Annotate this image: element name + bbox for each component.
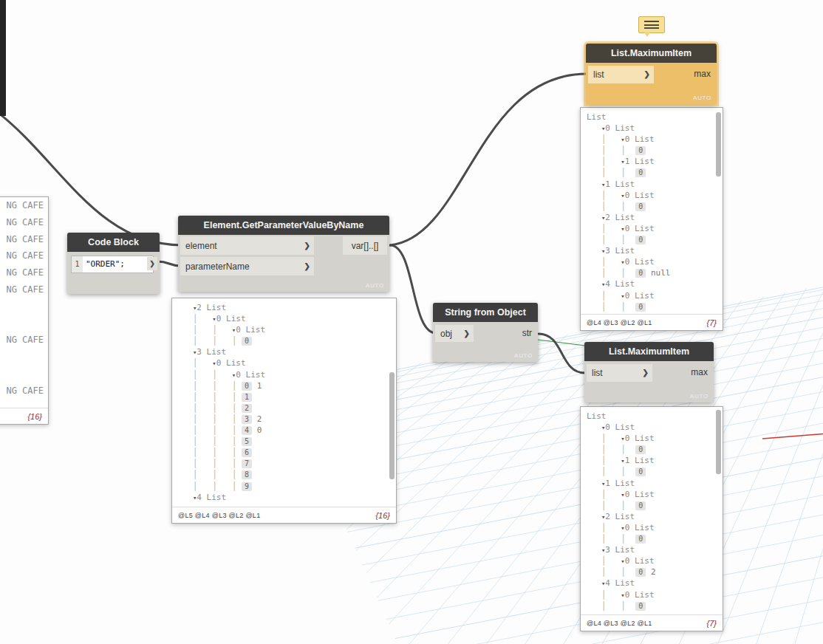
node-list-maximum-item-bottom[interactable]: List.MaximumItem list ❯ max AUTO	[584, 342, 714, 402]
code-block-editor[interactable]: 1 "ORDER";	[71, 256, 154, 273]
output-port[interactable]: ❯	[147, 257, 157, 270]
preview-list-row: ▾0 List	[587, 422, 723, 433]
node-title[interactable]: Element.GetParameterValueByName	[178, 216, 389, 235]
list-label: 3 List	[605, 246, 635, 256]
scrollbar-thumb[interactable]	[716, 112, 721, 177]
preview-value-row: NG CAFE	[0, 250, 48, 267]
preview-value-row: │ │ │ 8	[178, 469, 396, 480]
input-port-parameterName[interactable]: parameterName ❯	[180, 257, 314, 275]
wire-var-to-maxitem-top[interactable]	[390, 74, 587, 245]
panel-levels[interactable]: @L5 @L4 @L3 @L2 @L1	[178, 512, 260, 519]
node-title[interactable]: Code Block	[67, 233, 160, 252]
index-badge: 8	[242, 470, 252, 479]
node-title[interactable]: List.MaximumItem	[584, 342, 714, 361]
input-port-list[interactable]: list ❯	[587, 364, 652, 382]
preview-value-row: │ │ 0	[587, 234, 723, 245]
preview-list-row: │ ▾0 List	[587, 489, 723, 500]
y-axis-green	[535, 340, 591, 347]
preview-panel-maxitem-bottom: List ▾0 List │ ▾0 List │ │ 0 │ ▾1 List │…	[580, 406, 723, 631]
list-label: 2 List	[605, 213, 635, 222]
preview-panel-left: NG CAFENG CAFENG CAFENG CAFENG CAFENG CA…	[0, 196, 49, 425]
output-port-str[interactable]: str	[522, 328, 532, 338]
wire-var-to-obj[interactable]	[390, 245, 436, 333]
note-icon[interactable]	[638, 16, 665, 33]
wire-str-to-maxitem-bottom[interactable]	[539, 334, 585, 373]
preview-value-row: │ │ 0	[587, 301, 723, 312]
preview-value-row: NG CAFE	[0, 234, 48, 251]
node-list-maximum-item-top[interactable]: List.MaximumItem list ❯ max AUTO	[586, 44, 717, 104]
lacing-indicator: AUTO	[690, 393, 708, 400]
output-port-var[interactable]: var[]..[]	[343, 236, 387, 255]
list-label: 4 List	[197, 493, 226, 502]
list-label: 0 List	[625, 257, 655, 267]
chevron-right-icon[interactable]: ❯	[304, 263, 310, 270]
preview-list-row: │ ▾0 List	[587, 256, 723, 267]
lacing-indicator: AUTO	[366, 282, 384, 289]
list-label: 1 List	[625, 456, 655, 465]
chevron-right-icon[interactable]: ❯	[464, 330, 470, 338]
list-label: 0 List	[236, 370, 265, 380]
list-label: 0 List	[625, 590, 655, 600]
preview-list-row: ▾1 List	[587, 478, 723, 489]
preview-list-row: │ ▾0 List	[587, 290, 723, 301]
panel-levels[interactable]: @L4 @L3 @L2 @L1	[587, 319, 652, 326]
input-port-list[interactable]: list ❯	[588, 66, 654, 83]
panel-levels[interactable]: @L4 @L3 @L2 @L1	[587, 620, 652, 627]
node-get-parameter-value-by-name[interactable]: Element.GetParameterValueByName element …	[178, 216, 389, 292]
preview-value-row: │ │ │ 5	[178, 436, 396, 447]
index-badge: 0	[635, 236, 646, 244]
input-port-obj[interactable]: obj ❯	[435, 325, 474, 342]
preview-list-row: │ ▾1 List	[587, 156, 723, 167]
preview-list-row: ▾4 List	[587, 278, 723, 290]
index-badge: 4	[242, 426, 252, 435]
preview-value-row: │ │ 0	[587, 600, 723, 612]
preview-list-row: │ │ ▾0 List	[178, 324, 396, 335]
preview-list-row: List	[587, 411, 723, 422]
index-badge: 0	[635, 146, 646, 155]
preview-list-row: ▾4 List	[587, 578, 723, 589]
node-title[interactable]: List.MaximumItem	[586, 44, 717, 63]
list-label: List	[587, 411, 607, 421]
preview-list-row: │ ▾0 List	[587, 134, 723, 145]
node-code-block[interactable]: Code Block 1 "ORDER"; ❯	[67, 233, 160, 294]
preview-list-row: │ ▾0 List	[587, 190, 723, 201]
chevron-right-icon[interactable]: ❯	[304, 242, 310, 250]
list-label: List	[587, 112, 607, 122]
scrollbar-thumb[interactable]	[389, 372, 395, 479]
dynamo-canvas[interactable]: NG CAFENG CAFENG CAFENG CAFENG CAFENG CA…	[0, 0, 823, 644]
node-string-from-object[interactable]: String from Object obj ❯ str AUTO	[433, 303, 538, 362]
list-label: 0 List	[605, 123, 635, 133]
preview-list-row: ▾2 List	[587, 212, 723, 223]
output-port-max[interactable]: max	[694, 69, 711, 79]
index-badge: 0	[635, 445, 646, 454]
preview-panel-maxitem-top: List ▾0 List │ ▾0 List │ │ 0 │ ▾1 List │…	[580, 107, 723, 331]
output-port-max[interactable]: max	[691, 367, 708, 377]
scrollbar-thumb[interactable]	[716, 410, 721, 474]
index-badge: 2	[242, 404, 252, 413]
index-badge: 0	[635, 501, 646, 510]
index-badge: 0	[635, 568, 646, 577]
preview-list-row: ▾2 List	[587, 511, 723, 522]
preview-list-row: ▾3 List	[587, 245, 723, 256]
code-text[interactable]: "ORDER";	[83, 256, 125, 273]
list-label: 3 List	[605, 545, 635, 555]
value-text: 1	[252, 381, 262, 391]
list-label: 3 List	[197, 347, 226, 357]
list-label: 0 List	[625, 434, 655, 443]
preview-list-row: ▾3 List	[587, 544, 723, 555]
preview-list-row: │ ▾0 List	[587, 522, 723, 533]
list-label: 0 List	[216, 358, 246, 368]
preview-value-row: │ │ │ 2	[178, 402, 396, 414]
node-title[interactable]: String from Object	[433, 303, 538, 322]
preview-value-row: │ │ │ 3 2	[178, 414, 396, 425]
preview-list-row: ▾3 List	[178, 346, 396, 357]
list-label: 0 List	[625, 490, 655, 499]
input-port-element[interactable]: element ❯	[180, 236, 314, 255]
preview-value-row: │ │ │ 0	[178, 335, 396, 346]
preview-value-row: │ │ │ 0 1	[178, 380, 396, 391]
chevron-right-icon[interactable]: ❯	[644, 71, 650, 78]
list-label: 1 List	[625, 157, 655, 166]
index-badge: 5	[242, 437, 252, 446]
chevron-right-icon[interactable]: ❯	[643, 369, 649, 377]
preview-list-row: │ │ ▾0 List	[178, 369, 396, 380]
